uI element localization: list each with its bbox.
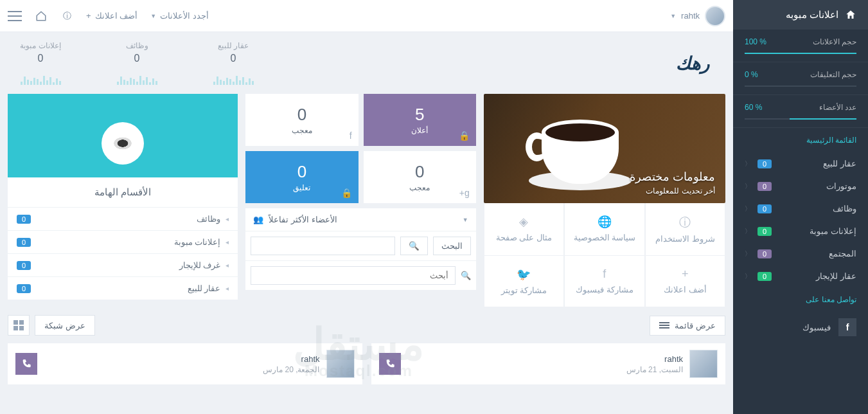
post-card[interactable]: rahtk السبت, 21 مارس [371, 343, 726, 384]
badge: 0 [17, 238, 31, 247]
chevron-left-icon: 〈 [745, 249, 751, 258]
sidebar-social-facebook[interactable]: f فيسبوك [733, 312, 868, 343]
sidebar-title: اعلانات مبوبه [733, 0, 868, 30]
filter-input[interactable] [251, 266, 455, 285]
badge: 0 [757, 159, 772, 168]
categories-avatar [102, 122, 144, 165]
sparkline [204, 68, 262, 85]
home-icon [845, 9, 856, 21]
plus-icon: + [86, 11, 91, 21]
top-stats-row: رهك عقار للبيع 0 وظائف 0 إعلانات مبوبة 0 [0, 32, 733, 94]
call-button[interactable] [15, 353, 37, 375]
categories-panel: الأقسام الهامة ◂وظائف 0 ◂إعلانات مبوبة 0… [8, 94, 238, 300]
category-item[interactable]: ◂غرف للإيجار 0 [8, 253, 238, 276]
sidebar-item[interactable]: عقار للإيجار 0〈 [733, 265, 868, 287]
stat-tile[interactable]: 5 أعلان 🔒 [364, 94, 476, 146]
members-panel-title: الأعضاء الأكثر تفاعلاً [269, 215, 337, 224]
stat-tile[interactable]: 0 تعليق 🔒 [245, 151, 358, 203]
sidebar-item[interactable]: المجتمع 0〈 [733, 242, 868, 265]
tile-icon: g+ [459, 188, 470, 198]
sidebar-item[interactable]: موتورات 0〈 [733, 175, 868, 197]
chevron-left-icon: ◂ [226, 262, 229, 269]
info-icon[interactable]: ⓘ [60, 10, 73, 22]
phone-icon [21, 359, 31, 369]
chevron-left-icon: ◂ [226, 239, 229, 246]
stat-tile[interactable]: 0 معجب f [245, 94, 358, 146]
chevron-left-icon: 〈 [745, 272, 751, 281]
call-button[interactable] [379, 353, 401, 375]
post-date: الجمعة, 20 مارس [263, 365, 319, 374]
view-grid-button[interactable]: عرض شبكة [35, 315, 95, 336]
sidebar-stat: حجم التعليقات% 0 [733, 62, 868, 95]
post-thumbnail [326, 350, 355, 378]
sidebar-menu-heading: القائمة الرئيسية [733, 128, 868, 152]
avatar [705, 6, 725, 26]
category-item[interactable]: ◂وظائف 0 [8, 207, 238, 230]
sidebar-title-text: اعلانات مبوبه [786, 9, 838, 21]
stat-tile[interactable]: 0 معجب g+ [364, 151, 476, 203]
chevron-left-icon: ◂ [226, 215, 229, 222]
sidebar-item[interactable]: وظائف 0〈 [733, 197, 868, 220]
topbar-latest-ads[interactable]: أجدد الأعلانات ▼ [150, 11, 209, 21]
chevron-left-icon: 〈 [745, 227, 751, 236]
sidebar: اعلانات مبوبه حجم الاعلانات% 100 حجم الت… [733, 0, 868, 414]
topbar-add-ad[interactable]: أضف اعلانك + [86, 11, 137, 21]
topbar-latest-label: أجدد الأعلانات [160, 11, 209, 21]
user-menu[interactable]: rahtk ▼ [670, 6, 725, 26]
chevron-left-icon: ◂ [226, 285, 229, 292]
quick-link[interactable]: ◈ مثال على صفحة [484, 203, 564, 256]
post-author: rahtk [263, 354, 319, 364]
quick-link[interactable]: ⓘ شروط الاستخدام [645, 203, 725, 256]
post-card[interactable]: rahtk الجمعة, 20 مارس [8, 343, 362, 384]
quick-link[interactable]: 🐦 مشاركة تويتر [484, 256, 564, 307]
badge: 0 [757, 272, 772, 281]
hero-subtitle: أخر تحديث للمعلومات [630, 186, 715, 195]
badge: 0 [17, 215, 31, 224]
categories-hero [8, 94, 238, 177]
categories-title: الأقسام الهامة [8, 177, 238, 207]
sidebar-item[interactable]: عقار للبيع 0〈 [733, 152, 868, 175]
sidebar-item[interactable]: إعلانات مبوبة 0〈 [733, 220, 868, 242]
quick-link[interactable]: + أضف اعلانك [645, 256, 725, 307]
chevron-down-icon: ▼ [670, 13, 676, 19]
sparkline [12, 68, 69, 85]
stat-tiles: 5 أعلان 🔒 0 معجب f 0 معجب g+ 0 تعليق 🔒 [245, 94, 475, 203]
badge: 0 [757, 204, 772, 213]
coffee-image [522, 107, 638, 190]
facebook-icon: f [838, 318, 856, 336]
sidebar-social-heading: تواصل معنا على [733, 287, 868, 312]
menu-toggle[interactable] [8, 11, 22, 21]
view-list-button[interactable]: عرض قائمة [650, 316, 725, 336]
view-list-label: عرض قائمة [675, 321, 716, 330]
chevron-down-icon[interactable]: ▼ [463, 217, 468, 223]
view-grid-icon-button[interactable] [8, 315, 30, 336]
view-toggle-row: عرض قائمة عرض شبكة [8, 315, 725, 336]
list-icon [659, 322, 669, 328]
badge: 0 [757, 249, 772, 258]
quick-link[interactable]: 🌐 سياسة الخصوصية [564, 203, 644, 256]
top-stat: إعلانات مبوبة 0 [12, 41, 69, 85]
badge: 0 [17, 284, 31, 293]
hero-title: معلومات مختصرة [630, 170, 715, 184]
phone-icon [385, 359, 395, 369]
home-icon[interactable] [35, 10, 48, 22]
post-date: السبت, 21 مارس [626, 365, 683, 374]
quick-link-icon: 🌐 [570, 215, 639, 229]
hero-banner: معلومات مختصرة أخر تحديث للمعلومات [484, 94, 725, 203]
search-icon-button[interactable]: 🔍 [400, 237, 428, 255]
grid-icon [13, 320, 24, 330]
sidebar-stat: عدد الأعضاء% 60 [733, 95, 868, 128]
quick-link-icon: ◈ [490, 215, 558, 229]
category-item[interactable]: ◂إعلانات مبوبة 0 [8, 230, 238, 253]
tile-icon: f [350, 130, 352, 141]
quick-link-icon: + [651, 267, 720, 281]
quick-link[interactable]: f مشاركة فيسبوك [564, 256, 644, 307]
search-button[interactable]: البحث [433, 237, 471, 255]
top-stat: عقار للبيع 0 [204, 41, 262, 85]
view-grid-label: عرض شبكة [44, 321, 85, 330]
search-input[interactable] [251, 237, 394, 255]
quick-link-icon: ⓘ [651, 215, 720, 230]
sparkline [108, 68, 166, 85]
category-item[interactable]: ◂عقار للبيع 0 [8, 276, 238, 300]
quick-link-icon: f [570, 267, 639, 281]
